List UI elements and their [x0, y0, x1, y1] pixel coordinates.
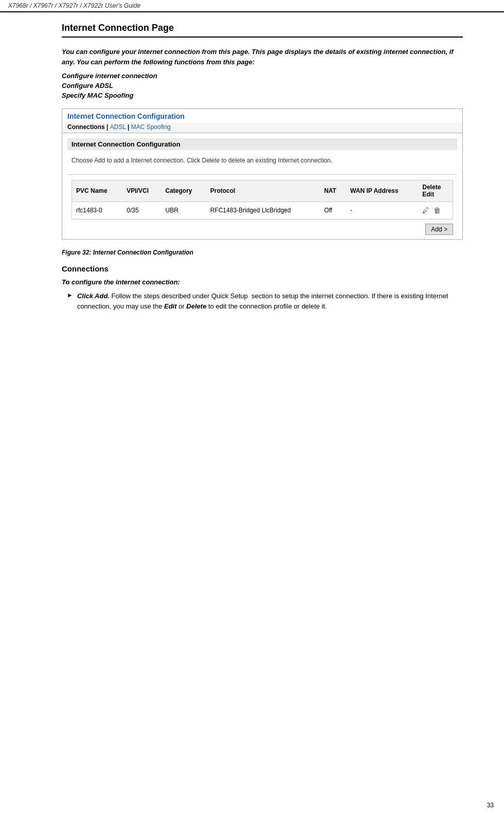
click-add-label: Click Add. Follow the steps described un… [77, 292, 448, 311]
ui-box-title: Internet Connection Configuration [62, 109, 462, 122]
nav-connections-label[interactable]: Connections [67, 123, 105, 131]
link-mac-spoofing[interactable]: Specify MAC Spoofing [62, 92, 463, 99]
col-vpi-vci: VPI/VCI [122, 180, 161, 202]
cell-pvc-name: rfc1483-0 [72, 202, 122, 219]
col-nat: NAT [320, 180, 346, 202]
add-button-row: Add > [67, 220, 457, 239]
intro-text: You can configure your internet connecti… [62, 47, 463, 67]
cell-category: UBR [161, 202, 206, 219]
header-title: X7968r / X7967r / X7927r / X7922r User's… [8, 2, 140, 9]
figure-caption: Figure 32: Internet Connection Configura… [62, 249, 463, 256]
ui-screenshot-box: Internet Connection Configuration Connec… [62, 108, 463, 240]
cell-protocol: RFC1483-Bridged LlcBridged [206, 202, 320, 219]
col-delete-edit: DeleteEdit [418, 180, 453, 202]
connections-table-wrapper: PVC Name VPI/VCI Category Protocol NAT W… [71, 180, 453, 220]
col-protocol: Protocol [206, 180, 320, 202]
connections-heading: Connections [62, 264, 463, 273]
cell-vpi-vci: 0/35 [122, 202, 161, 219]
add-button[interactable]: Add > [425, 224, 453, 235]
page-number: 33 [487, 802, 494, 809]
page-title: Internet Connection Page [62, 23, 463, 38]
header-bar: X7968r / X7967r / X7927r / X7922r User's… [0, 0, 504, 12]
link-configure-internet[interactable]: Configure internet connection [62, 72, 463, 80]
nav-separator: | [106, 123, 110, 131]
cell-actions[interactable]: 🖊 🗑 [418, 202, 453, 219]
separator [67, 174, 457, 175]
connections-table: PVC Name VPI/VCI Category Protocol NAT W… [72, 180, 453, 219]
ui-description: Choose Add to add a Internet connection.… [67, 153, 457, 170]
ui-inner-title: Internet Connection Configuration [67, 138, 457, 150]
link-configure-adsl[interactable]: Configure ADSL [62, 82, 463, 89]
bullet-text: Click Add. Follow the steps described un… [77, 291, 463, 313]
col-pvc-name: PVC Name [72, 180, 122, 202]
edit-icon[interactable]: 🖊 [422, 206, 429, 214]
table-row: rfc1483-0 0/35 UBR RFC1483-Bridged LlcBr… [72, 202, 453, 219]
nav-adsl-link[interactable]: ADSL [110, 123, 126, 131]
nav-separator2: | [128, 123, 131, 131]
bullet-item: ► Click Add. Follow the steps described … [62, 291, 463, 313]
ui-nav-bar: Connections | ADSL | MAC Spoofing [62, 122, 462, 133]
nav-mac-spoofing-link[interactable]: MAC Spoofing [131, 123, 171, 131]
col-wan-ip: WAN IP Address [346, 180, 418, 202]
col-category: Category [161, 180, 206, 202]
delete-icon[interactable]: 🗑 [434, 206, 441, 214]
cell-nat: Off [320, 202, 346, 219]
cell-wan-ip: - [346, 202, 418, 219]
bullet-arrow-icon: ► [67, 292, 73, 299]
to-configure-heading: To configure the internet connection: [62, 278, 463, 286]
